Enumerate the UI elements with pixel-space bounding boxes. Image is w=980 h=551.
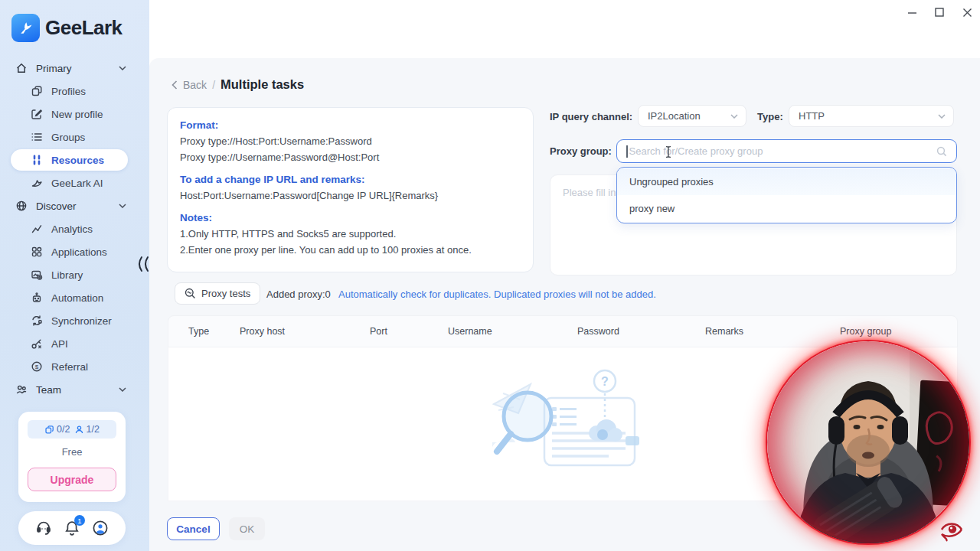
svg-text:$: $: [35, 364, 39, 370]
note-line: 1.Only HTTP, HTTPS and Socks5 are suppor…: [180, 226, 521, 242]
back-link[interactable]: Back: [183, 79, 207, 91]
chevron-down-icon: [938, 114, 946, 119]
avatar-icon: [92, 520, 109, 536]
sidebar-item-api[interactable]: API: [0, 332, 149, 355]
chevron-down-icon: [119, 387, 126, 392]
double-chevron-left-icon: [135, 254, 152, 274]
referral-icon: $: [31, 360, 43, 373]
duplicate-check-note: Automatically check for duplicates. Dupl…: [338, 289, 656, 300]
sidebar-item-analytics[interactable]: Analytics: [0, 217, 149, 240]
member-count-icon: [74, 425, 84, 435]
plan-name: Free: [18, 446, 126, 458]
search-icon: [936, 146, 947, 157]
sidebar-item-discover[interactable]: Discover: [0, 194, 149, 217]
column-header-port: Port: [370, 326, 448, 337]
account-button[interactable]: [92, 520, 109, 536]
api-icon: [31, 337, 43, 350]
window-controls: [905, 5, 974, 19]
profiles-count-icon: [44, 425, 54, 435]
sidebar-item-profiles[interactable]: Profiles: [0, 80, 149, 103]
geelark-ai-icon: [31, 177, 43, 189]
sidebar-item-synchronizer[interactable]: Synchronizer: [0, 309, 149, 332]
close-button[interactable]: [960, 5, 974, 19]
proxy-group-dropdown: Ungrouped proxies proxy new: [616, 167, 957, 223]
column-header-proxy-host: Proxy host: [240, 326, 370, 337]
sidebar-item-referral[interactable]: $ Referral: [0, 355, 149, 378]
type-label: Type:: [757, 111, 783, 122]
sidebar-item-library[interactable]: Library: [0, 263, 149, 286]
column-header-proxy-group: Proxy group: [840, 326, 957, 337]
back-chevron-icon[interactable]: [172, 80, 178, 90]
notifications-button[interactable]: 1: [64, 520, 80, 536]
proxy-group-search-input[interactable]: Search for/Create proxy group: [616, 139, 957, 163]
notification-badge: 1: [74, 515, 85, 526]
chevron-down-icon: [119, 204, 126, 208]
proxy-table-header: Type Proxy host Port Username Password R…: [168, 315, 958, 347]
sidebar-item-new-profile[interactable]: New profile: [0, 103, 149, 126]
sidebar-item-groups[interactable]: Groups: [0, 126, 149, 148]
applications-icon: [31, 246, 43, 258]
synchronizer-icon: [31, 315, 43, 327]
titlebar: [149, 0, 980, 60]
webcam-overlay: [767, 341, 969, 543]
sidebar-item-applications[interactable]: Applications: [0, 240, 149, 263]
proxy-type-select[interactable]: HTTP: [789, 105, 954, 127]
ip-query-channel-label: IP query channel:: [550, 111, 632, 122]
groups-icon: [31, 131, 43, 143]
discover-icon: [15, 200, 28, 212]
maximize-icon: [935, 8, 944, 17]
app-logo: GeeLark: [11, 14, 122, 42]
change-ip-line: Host:Port:Username:Password[Change IP UR…: [180, 187, 521, 204]
column-header-password: Password: [577, 326, 705, 337]
breadcrumb: Back / Multiple tasks: [172, 77, 304, 92]
sidebar-collapse-button[interactable]: [135, 254, 152, 274]
analytics-icon: [31, 223, 43, 235]
upgrade-button[interactable]: Upgrade: [28, 468, 116, 491]
format-heading: Format:: [180, 118, 521, 133]
minimize-button[interactable]: [905, 5, 919, 19]
svg-text:?: ?: [601, 375, 609, 388]
automation-icon: [31, 292, 43, 304]
maximize-button[interactable]: [933, 5, 946, 19]
members-usage: 1/2: [74, 424, 100, 435]
page-title: Multiple tasks: [220, 77, 304, 92]
cancel-button[interactable]: Cancel: [167, 517, 220, 540]
added-proxy-count: Added proxy:0: [266, 289, 331, 300]
notes-heading: Notes:: [180, 210, 521, 226]
empty-state-illustration: ?: [480, 367, 645, 474]
proxy-tests-button[interactable]: Proxy tests: [175, 282, 260, 305]
sidebar-nav: Primary Profiles New profile Groups Reso…: [0, 57, 149, 401]
plan-usage-card: 0/2 1/2 Free Upgrade: [18, 412, 126, 502]
note-line: 2.Enter one proxy per line. You can add …: [180, 242, 521, 258]
app-logo-text: GeeLark: [45, 16, 122, 40]
eye-watermark-icon: [939, 517, 965, 542]
proxy-group-label: Proxy group:: [550, 145, 612, 157]
dropdown-option-ungrouped-proxies[interactable]: Ungrouped proxies: [617, 168, 956, 195]
proxy-group-placeholder: Search for/Create proxy group: [629, 145, 763, 157]
sidebar-item-primary[interactable]: Primary: [0, 57, 149, 80]
chevron-down-icon: [730, 114, 738, 119]
dropdown-option-proxy-new[interactable]: proxy new: [617, 195, 956, 222]
proxy-test-icon: [185, 288, 196, 299]
support-button[interactable]: [35, 520, 52, 536]
column-header-type: Type: [168, 326, 240, 337]
column-header-username: Username: [448, 326, 577, 337]
sidebar: GeeLark Primary Profiles New profile Gro…: [0, 0, 149, 551]
text-caret: [626, 145, 628, 158]
sidebar-item-team[interactable]: Team: [0, 378, 149, 401]
geelark-logo-icon: [11, 14, 40, 42]
sidebar-item-automation[interactable]: Automation: [0, 286, 149, 309]
geelark-app-window: { "window": { "controls": { "minimize": …: [0, 0, 980, 551]
sidebar-item-resources[interactable]: Resources: [11, 149, 128, 171]
webcam-person: [767, 341, 969, 543]
ip-query-channel-select[interactable]: IP2Location: [638, 105, 746, 127]
team-icon: [15, 383, 28, 396]
ok-button[interactable]: OK: [229, 517, 265, 540]
chevron-down-icon: [119, 66, 126, 70]
format-help-card: Format: Proxy type://Host:Port:Username:…: [167, 107, 534, 272]
sidebar-item-geelark-ai[interactable]: GeeLark AI: [0, 171, 149, 194]
ibeam-cursor: [665, 145, 672, 158]
library-icon: [31, 269, 43, 281]
minimize-icon: [907, 8, 917, 18]
format-line: Proxy type://Username:Password@Host:Port: [180, 149, 521, 165]
